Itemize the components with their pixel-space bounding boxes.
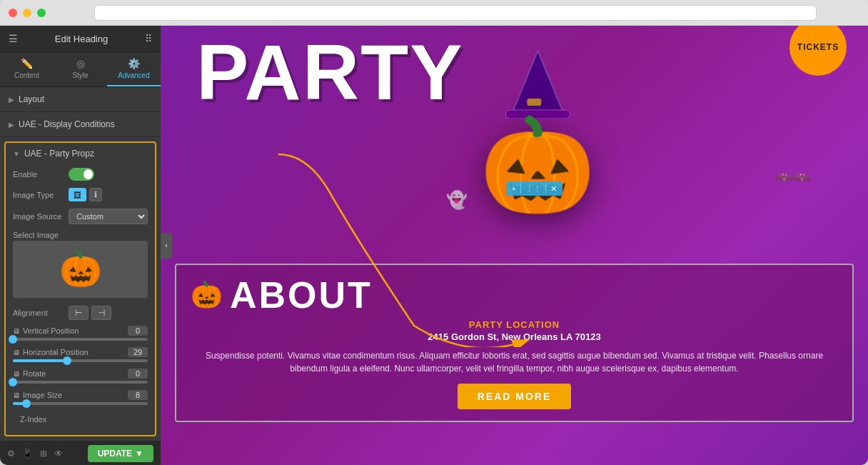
image-type-label: Image Type (13, 191, 63, 199)
tickets-label: TICKETS (797, 42, 839, 52)
image-type-buttons: 🖼 ℹ (69, 188, 102, 201)
uae-display-label: UAE - Display Conditions (19, 119, 115, 129)
collapse-panel-arrow[interactable]: ‹ (161, 233, 172, 259)
uae-party-header[interactable]: ▼ UAE - Party Propz (6, 143, 155, 164)
image-preview[interactable]: 🎃 (13, 241, 148, 298)
rotate-track[interactable] (13, 381, 148, 384)
image-type-media-btn[interactable]: 🖼 (69, 188, 86, 201)
toggle-on-label: ON (70, 171, 81, 179)
image-size-row: 🖥 Image Size 8 (6, 388, 155, 409)
horizontal-position-track[interactable] (13, 359, 148, 362)
uae-party-arrow: ▼ (13, 150, 20, 158)
maximize-button[interactable] (37, 9, 46, 17)
content-icon: ✏️ (21, 58, 33, 69)
update-label: UPDATE (98, 449, 132, 459)
align-right-btn[interactable]: ⊣ (91, 306, 111, 320)
layers-icon[interactable]: ⊞ (40, 449, 47, 459)
mobile-icon[interactable]: 📱 (22, 449, 33, 459)
hamburger-icon[interactable]: ☰ (9, 33, 18, 44)
section-uae-display: ▶ UAE - Display Conditions (0, 112, 161, 137)
uae-display-header[interactable]: ▶ UAE - Display Conditions (0, 112, 161, 136)
gear-icon[interactable]: ⚙ (7, 449, 15, 459)
tab-advanced[interactable]: ⚙️ Advanced (107, 52, 161, 86)
tab-style-label: Style (72, 71, 88, 79)
tab-content[interactable]: ✏️ Content (0, 52, 54, 86)
panel-tabs: ✏️ Content ◎ Style ⚙️ Advanced (0, 52, 161, 87)
about-section: 🎃 ABOUT PARTY LOCATION 2415 Gordon St, N… (175, 264, 854, 422)
svg-rect-2 (527, 99, 541, 106)
minimize-button[interactable] (23, 9, 31, 17)
vertical-position-row: 🖥 Vertical Position 0 (6, 324, 155, 345)
party-location-label: PARTY LOCATION (191, 319, 838, 330)
about-title: ABOUT (230, 276, 373, 314)
horizontal-position-row: 🖥 Horizontal Position 29 (6, 345, 155, 366)
panel-header: ☰ Edit Heading ⠿ (0, 26, 161, 52)
image-size-value: 8 (128, 390, 148, 400)
left-panel: ☰ Edit Heading ⠿ ✏️ Content ◎ Style ⚙️ A… (0, 26, 161, 465)
layout-arrow: ▶ (9, 96, 14, 104)
horizontal-position-thumb[interactable] (63, 356, 71, 365)
rotate-value: 0 (128, 369, 148, 379)
close-element-icon[interactable]: ✕ (550, 184, 557, 194)
advanced-icon: ⚙️ (128, 58, 140, 69)
toggle-knob (84, 169, 93, 179)
align-buttons: ⊢ ⊣ (69, 306, 111, 320)
align-left-btn[interactable]: ⊢ (69, 306, 89, 320)
toolbar-separator (520, 184, 521, 194)
enable-toggle[interactable]: ON (69, 168, 94, 181)
image-source-select[interactable]: Custom (69, 209, 148, 224)
right-panel: ‹ PARTY TICKETS 🎃 (161, 26, 868, 465)
add-element-icon[interactable]: + (512, 184, 516, 193)
pumpkin-main-emoji: 🎃 (480, 119, 595, 211)
rotate-label: 🖥 Rotate (13, 369, 46, 378)
vertical-position-track[interactable] (13, 338, 148, 341)
selected-toolbar: + ⋮⋮ ✕ (506, 181, 562, 196)
grid-icon[interactable]: ⠿ (145, 33, 152, 44)
uae-party-label: UAE - Party Propz (24, 149, 94, 159)
image-type-info-btn[interactable]: ℹ (89, 188, 102, 201)
eye-icon[interactable]: 👁 (54, 449, 63, 459)
layout-header[interactable]: ▶ Layout (0, 87, 161, 111)
image-type-row: Image Type 🖼 ℹ (6, 184, 155, 205)
vertical-position-label: 🖥 Vertical Position (13, 326, 79, 335)
bottom-icons: ⚙ 📱 ⊞ 👁 (7, 449, 63, 459)
party-description: Suspendisse potenti. Vivamus vitae condi… (191, 349, 838, 375)
update-check-icon: ▼ (135, 449, 143, 459)
address-bar[interactable] (94, 5, 817, 21)
about-pumpkin-icon: 🎃 (191, 280, 223, 310)
close-button[interactable] (9, 9, 17, 17)
update-button[interactable]: UPDATE ▼ (88, 445, 153, 462)
read-more-button[interactable]: Read More (458, 384, 572, 409)
witch-hat-svg (495, 47, 580, 119)
style-icon: ◎ (76, 58, 85, 69)
horizontal-position-value: 29 (128, 347, 148, 357)
image-source-label: Image Source (13, 212, 63, 221)
image-size-label: 🖥 Image Size (13, 391, 62, 399)
browser-window: ☰ Edit Heading ⠿ ✏️ Content ◎ Style ⚙️ A… (0, 0, 868, 465)
tab-advanced-label: Advanced (118, 71, 149, 79)
toolbar-separator-2 (545, 184, 546, 194)
section-uae-party: ▼ UAE - Party Propz Enable ON Image Type… (4, 141, 156, 436)
layout-label: Layout (19, 94, 44, 104)
panel-bottom-bar: ⚙ 📱 ⊞ 👁 UPDATE ▼ (0, 441, 161, 465)
browser-titlebar (0, 0, 868, 26)
vertical-position-value: 0 (128, 326, 148, 336)
panel-title: Edit Heading (18, 34, 145, 44)
monitor-icon: 🖥 (13, 327, 20, 335)
image-size-track[interactable] (13, 402, 148, 405)
move-element-icon[interactable]: ⋮⋮ (525, 184, 541, 194)
monitor-icon-r: 🖥 (13, 370, 20, 378)
tab-style[interactable]: ◎ Style (54, 52, 107, 86)
vertical-position-thumb[interactable] (9, 335, 17, 344)
pumpkin-preview-icon: 🎃 (59, 249, 102, 289)
monitor-icon-h: 🖥 (13, 349, 20, 356)
browser-content: ☰ Edit Heading ⠿ ✏️ Content ◎ Style ⚙️ A… (0, 26, 868, 465)
rotate-thumb[interactable] (9, 378, 17, 386)
enable-row: Enable ON (6, 164, 155, 184)
preview-area: ‹ PARTY TICKETS 🎃 (161, 26, 868, 465)
horizontal-position-label: 🖥 Horizontal Position (13, 348, 89, 356)
image-size-thumb[interactable] (22, 399, 31, 408)
uae-display-arrow: ▶ (9, 121, 14, 129)
z-index-label: Z-Index (13, 413, 63, 426)
tab-content-label: Content (14, 71, 39, 79)
